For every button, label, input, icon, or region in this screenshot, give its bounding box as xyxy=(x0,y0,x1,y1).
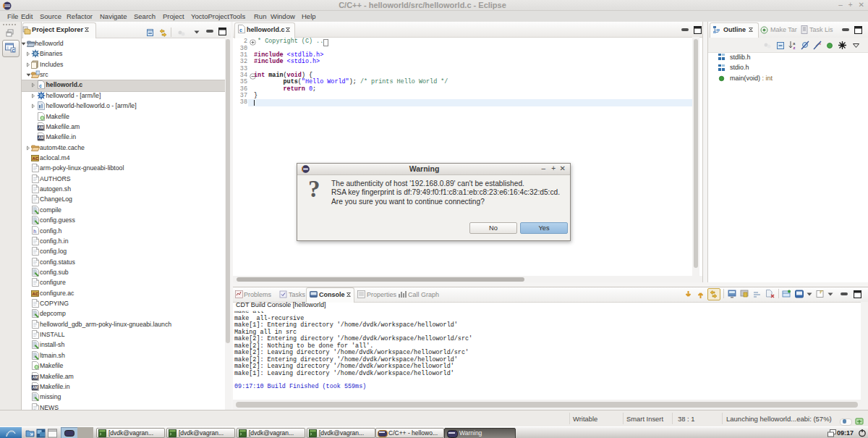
svg-text:C: C xyxy=(12,49,15,53)
svg-text:AM: AM xyxy=(33,376,38,379)
svg-text:AM: AM xyxy=(33,386,38,389)
svg-text:AC: AC xyxy=(33,156,39,161)
svg-text:AM: AM xyxy=(38,126,43,130)
svg-text:z: z xyxy=(793,46,796,50)
svg-text:AM: AM xyxy=(38,137,43,140)
svg-text:c: c xyxy=(39,83,42,88)
svg-text:h: h xyxy=(33,229,36,234)
svg-text:a: a xyxy=(793,41,796,46)
svg-text:AC: AC xyxy=(33,292,39,296)
svg-text:c: c xyxy=(239,28,242,33)
